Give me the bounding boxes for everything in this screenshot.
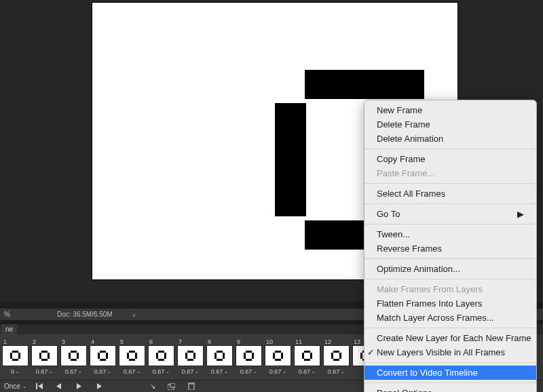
- frame-duration[interactable]: 0.67⌄: [328, 368, 345, 375]
- menu-separator: [364, 383, 536, 383]
- frame-duration[interactable]: 0⌄: [11, 368, 20, 375]
- new-frame-button[interactable]: [168, 383, 179, 390]
- frame-number: 3: [60, 338, 87, 345]
- frame-duration[interactable]: 0.67⌄: [36, 368, 54, 375]
- chevron-right-icon[interactable]: ›: [133, 311, 136, 319]
- menu-separator: [364, 328, 536, 328]
- menu-separator: [364, 183, 536, 184]
- timeline-flyout-menu: New Frame Delete Frame Delete Animation …: [364, 100, 537, 392]
- shape-top: [305, 70, 424, 99]
- frame-thumbnail[interactable]: [31, 345, 58, 366]
- svg-marker-1: [38, 383, 43, 389]
- frame-duration[interactable]: 0.67⌄: [269, 368, 287, 375]
- play-button[interactable]: [77, 383, 88, 389]
- menu-panel-options[interactable]: Panel Options...: [364, 386, 536, 392]
- loop-selector[interactable]: Once⌄: [4, 383, 26, 390]
- menu-separator: [364, 362, 536, 363]
- frame-number: 4: [90, 338, 116, 345]
- menu-separator: [364, 203, 536, 204]
- menu-new-frame[interactable]: New Frame: [364, 103, 536, 117]
- timeline-frame[interactable]: 120.67⌄: [323, 338, 350, 375]
- menu-copy-frame[interactable]: Copy Frame: [364, 152, 536, 166]
- frame-duration[interactable]: 0.67⌄: [65, 368, 83, 375]
- menu-flatten[interactable]: Flatten Frames Into Layers: [364, 296, 536, 311]
- frame-duration[interactable]: 0.67⌄: [240, 368, 258, 375]
- delete-button[interactable]: [188, 383, 199, 390]
- frame-thumbnail[interactable]: [119, 345, 145, 366]
- menu-select-all[interactable]: Select All Frames: [364, 187, 536, 201]
- frame-duration[interactable]: 0.67⌄: [211, 368, 229, 375]
- doc-size: Doc: 36.5M/6.50M: [57, 311, 113, 318]
- frame-thumbnail[interactable]: [90, 345, 116, 366]
- frame-thumbnail[interactable]: [323, 345, 350, 366]
- menu-separator: [364, 149, 536, 149]
- menu-separator: [364, 258, 536, 259]
- shape-left: [275, 103, 306, 216]
- timeline-frame[interactable]: 10⌄: [2, 338, 29, 375]
- menu-separator: [364, 224, 536, 224]
- timeline-frame[interactable]: 50.67⌄: [119, 338, 145, 375]
- frame-number: 5: [119, 338, 145, 345]
- frame-thumbnail[interactable]: [265, 345, 291, 366]
- frame-thumbnail[interactable]: [148, 345, 174, 366]
- svg-rect-0: [36, 383, 37, 389]
- timeline-frame[interactable]: 60.67⌄: [148, 338, 174, 375]
- tween-button[interactable]: ↘: [147, 383, 158, 390]
- frame-number: 8: [206, 338, 233, 345]
- frame-duration[interactable]: 0.67⌄: [94, 368, 112, 375]
- svg-marker-3: [77, 383, 81, 389]
- menu-reverse[interactable]: Reverse Frames: [364, 241, 536, 256]
- frame-number: 6: [148, 338, 174, 345]
- menu-create-layer[interactable]: Create New Layer for Each New Frame: [364, 331, 536, 345]
- frame-thumbnail[interactable]: [177, 345, 204, 366]
- frame-duration[interactable]: 0.67⌄: [299, 368, 316, 375]
- frame-number: 10: [265, 338, 291, 345]
- svg-marker-2: [56, 383, 61, 389]
- menu-go-to[interactable]: Go To▶: [364, 207, 536, 221]
- menu-delete-frame[interactable]: Delete Frame: [364, 117, 536, 132]
- zoom-level[interactable]: %: [4, 311, 42, 318]
- timeline-frame[interactable]: 70.67⌄: [177, 338, 204, 375]
- menu-visible[interactable]: ✓New Layers Visible in All Frames: [364, 345, 536, 359]
- timeline-frame[interactable]: 30.67⌄: [60, 338, 87, 375]
- menu-tween[interactable]: Tween...: [364, 227, 536, 241]
- timeline-frame[interactable]: 80.67⌄: [206, 338, 233, 375]
- timeline-frame[interactable]: 40.67⌄: [90, 338, 116, 375]
- menu-match[interactable]: Match Layer Across Frames...: [364, 311, 536, 325]
- timeline-tab[interactable]: ne: [1, 324, 17, 334]
- menu-separator: [364, 279, 536, 279]
- frame-number: 2: [31, 338, 58, 345]
- frame-duration[interactable]: 0.67⌄: [153, 368, 170, 375]
- frame-number: 11: [294, 338, 320, 345]
- prev-frame-button[interactable]: [56, 383, 67, 389]
- next-frame-button[interactable]: [97, 383, 108, 389]
- first-frame-button[interactable]: [36, 383, 47, 389]
- frame-thumbnail[interactable]: [60, 345, 87, 366]
- frame-number: 12: [323, 338, 350, 345]
- frame-number: 1: [2, 338, 29, 345]
- frame-thumbnail[interactable]: [294, 345, 320, 366]
- timeline-frame[interactable]: 110.67⌄: [294, 338, 320, 375]
- frame-number: 7: [177, 338, 204, 345]
- menu-make-frames: Make Frames From Layers: [364, 282, 536, 296]
- frame-duration[interactable]: 0.67⌄: [124, 368, 141, 375]
- frame-thumbnail[interactable]: [206, 345, 233, 366]
- frame-thumbnail[interactable]: [236, 345, 262, 366]
- timeline-frame[interactable]: 100.67⌄: [265, 338, 291, 375]
- svg-marker-4: [97, 383, 102, 389]
- svg-rect-6: [170, 383, 175, 387]
- menu-convert-video-timeline[interactable]: Convert to Video Timeline: [364, 366, 536, 380]
- timeline-frame[interactable]: 90.67⌄: [236, 338, 262, 375]
- menu-paste-frame: Paste Frame...: [364, 166, 536, 180]
- frame-thumbnail[interactable]: [2, 345, 29, 366]
- check-icon: ✓: [367, 347, 375, 358]
- menu-delete-animation[interactable]: Delete Animation: [364, 132, 536, 146]
- frame-number: 9: [236, 338, 262, 345]
- frame-duration[interactable]: 0.67⌄: [182, 368, 200, 375]
- submenu-arrow-icon: ▶: [517, 208, 524, 220]
- svg-rect-7: [189, 384, 194, 390]
- timeline-frame[interactable]: 20.67⌄: [31, 338, 58, 375]
- menu-optimize[interactable]: Optimize Animation...: [364, 262, 536, 276]
